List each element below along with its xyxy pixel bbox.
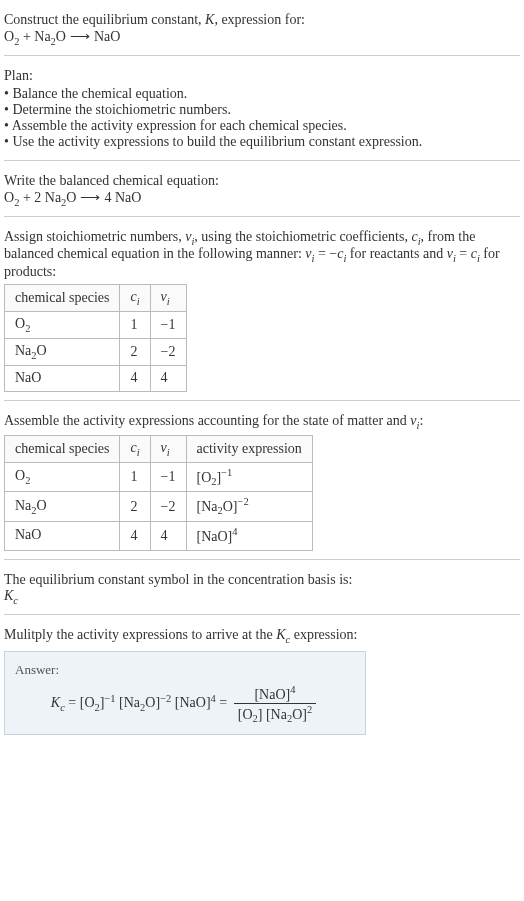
answer-box: Answer: Kc = [O2]−1 [Na2O]−2 [NaO]4 = [N… <box>4 651 366 735</box>
symbol-K: K <box>4 588 13 603</box>
ans-den1close: ] <box>258 706 266 721</box>
balanced-heading: Write the balanced chemical equation: <box>4 173 520 189</box>
eq-arrow: ⟶ <box>70 28 90 45</box>
ans-den2sup: 2 <box>307 704 312 715</box>
stoich-table: chemical species ci νi O2 1 −1 Na2O 2 −2… <box>4 284 187 392</box>
activity-section: Assemble the activity expressions accoun… <box>4 405 520 560</box>
cell-nui: 4 <box>150 521 186 550</box>
act-t: [NaO] <box>197 529 233 544</box>
th-nui-i: i <box>167 296 170 307</box>
act-t: [Na <box>197 499 218 514</box>
assign-t2: , using the stoichiometric coefficients, <box>194 229 411 244</box>
eq-O: O <box>4 29 14 44</box>
sp-sub: 2 <box>25 323 30 334</box>
bal-Na-O: O <box>66 190 76 205</box>
cell-nui: −1 <box>150 311 186 338</box>
table-row: O2 1 −1 <box>5 311 187 338</box>
ans-eq2: = <box>216 695 231 710</box>
th-ci: ci <box>120 285 150 312</box>
bal-plus: + 2 <box>19 190 44 205</box>
ans-den1: [O <box>238 706 253 721</box>
multiply-K: K <box>276 627 285 642</box>
cell-species: O2 <box>5 311 120 338</box>
balanced-eq: O2 + 2 Na2O ⟶ 4 NaO <box>4 190 141 205</box>
plan-item-3: Assemble the activity expression for eac… <box>4 118 520 134</box>
multiply-section: Mulitply the activity expressions to arr… <box>4 619 520 743</box>
th-species: chemical species <box>5 285 120 312</box>
plan-item-1: Balance the chemical equation. <box>4 86 520 102</box>
act-close: O] <box>223 499 238 514</box>
intro-K: K <box>205 12 214 27</box>
eq-Na-O: O <box>56 29 66 44</box>
ans-den2close: O] <box>292 706 307 721</box>
bal-four: 4 <box>104 190 115 205</box>
table-header-row: chemical species ci νi activity expressi… <box>5 436 313 463</box>
sp-main: O <box>15 316 25 331</box>
ans-num: [NaO]4 <box>234 684 316 704</box>
cell-ci: 1 <box>120 311 150 338</box>
cell-activity: [Na2O]−2 <box>186 492 312 521</box>
ans-eq: = <box>65 695 80 710</box>
answer-expression: Kc = [O2]−1 [Na2O]−2 [NaO]4 = [NaO]4[O2]… <box>15 684 355 724</box>
ans-den2: [Na <box>266 706 287 721</box>
cell-species: NaO <box>5 365 120 392</box>
ans-frac: [NaO]4[O2] [Na2O]2 <box>234 684 316 724</box>
bal-arrow: ⟶ <box>80 189 100 206</box>
sp-main: NaO <box>15 527 41 542</box>
bal-NaO: NaO <box>115 190 141 205</box>
cell-species: NaO <box>5 521 120 550</box>
sp-tail: O <box>37 498 47 513</box>
act-t: [O <box>197 470 212 485</box>
bal-Na: Na <box>45 190 61 205</box>
eq-Na: Na <box>34 29 50 44</box>
sp-main: Na <box>15 343 31 358</box>
plan-item-2: Determine the stoichiometric numbers. <box>4 102 520 118</box>
th-ci: ci <box>120 436 150 463</box>
th-nui: νi <box>150 285 186 312</box>
sp-main: O <box>15 468 25 483</box>
ans-t1: [O <box>80 695 95 710</box>
multiply-t1: Mulitply the activity expressions to arr… <box>4 627 276 642</box>
cell-species: Na2O <box>5 492 120 521</box>
ans-t2: [Na <box>119 695 140 710</box>
assign-section: Assign stoichiometric numbers, νi, using… <box>4 221 520 402</box>
table-row: Na2O 2 −2 <box>5 338 187 365</box>
ans-num1: [NaO] <box>254 687 290 702</box>
th-ci-i: i <box>137 296 140 307</box>
ans-t2close: O] <box>145 695 160 710</box>
sp-sub: 2 <box>25 475 30 486</box>
symbol-text: The equilibrium constant symbol in the c… <box>4 572 520 588</box>
cell-nui: −2 <box>150 338 186 365</box>
act-sup: 4 <box>232 526 237 537</box>
th-nui: νi <box>150 436 186 463</box>
eq-plus: + <box>19 29 34 44</box>
table-row: O2 1 −1 [O2]−1 <box>5 462 313 491</box>
act-sup: −1 <box>221 467 232 478</box>
plan-list: Balance the chemical equation. Determine… <box>4 86 520 150</box>
ans-K: K <box>51 695 60 710</box>
plan-section: Plan: Balance the chemical equation. Det… <box>4 60 520 161</box>
multiply-t2: expression: <box>290 627 357 642</box>
intro-text-1: Construct the equilibrium constant, <box>4 12 205 27</box>
th-activity: activity expression <box>186 436 312 463</box>
cell-ci: 1 <box>120 462 150 491</box>
activity-table: chemical species ci νi activity expressi… <box>4 435 313 551</box>
cell-ci: 2 <box>120 492 150 521</box>
table-row: Na2O 2 −2 [Na2O]−2 <box>5 492 313 521</box>
cell-species: O2 <box>5 462 120 491</box>
intro-section: Construct the equilibrium constant, K, e… <box>4 4 520 56</box>
ans-t3: [NaO] <box>175 695 211 710</box>
answer-label: Answer: <box>15 662 355 678</box>
cell-activity: [NaO]4 <box>186 521 312 550</box>
asm-colon: : <box>419 413 423 428</box>
cell-activity: [O2]−1 <box>186 462 312 491</box>
cell-species: Na2O <box>5 338 120 365</box>
assign-text: Assign stoichiometric numbers, νi, using… <box>4 229 520 281</box>
act-sup: −2 <box>238 496 249 507</box>
assign-t5: for reactants and <box>346 246 446 261</box>
plan-item-4: Use the activity expressions to build th… <box>4 134 520 150</box>
plan-heading: Plan: <box>4 68 520 84</box>
th-nui-i: i <box>167 447 170 458</box>
asm-t1: Assemble the activity expressions accoun… <box>4 413 410 428</box>
symbol-section: The equilibrium constant symbol in the c… <box>4 564 520 615</box>
